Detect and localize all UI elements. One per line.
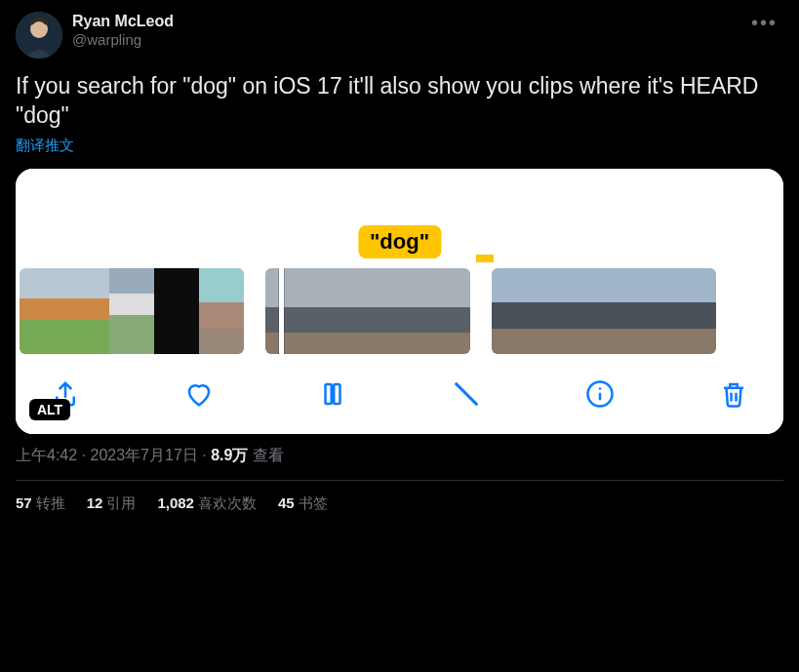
stat-quotes[interactable]: 12引用 [87, 494, 137, 513]
views-label: 查看 [248, 447, 283, 463]
stat-retweets[interactable]: 57转推 [16, 494, 65, 513]
tweet-meta: 上午4:42 · 2023年7月17日 · 8.9万 查看 [16, 446, 783, 481]
svg-rect-3 [334, 384, 340, 404]
clip-cluster-3[interactable] [492, 268, 716, 354]
author-names[interactable]: Ryan McLeod @warpling [72, 12, 736, 50]
svg-line-4 [456, 383, 478, 406]
media-toolbar [16, 358, 783, 434]
search-chip: "dog" [358, 225, 441, 258]
stat-likes[interactable]: 1,082喜欢次数 [157, 494, 257, 513]
media-top: "dog" [16, 169, 783, 262]
svg-point-7 [599, 387, 602, 390]
trash-icon[interactable] [717, 377, 750, 411]
tweet-stats: 57转推 12引用 1,082喜欢次数 45书签 [16, 481, 783, 527]
clip-cluster-2[interactable] [265, 268, 470, 354]
heart-icon[interactable] [182, 377, 216, 411]
svg-rect-2 [326, 384, 332, 404]
avatar[interactable] [16, 12, 62, 59]
tweet-date[interactable]: 2023年7月17日 [90, 447, 197, 463]
tweet-text: If you search for "dog" on iOS 17 it'll … [16, 72, 783, 131]
info-icon[interactable] [583, 377, 617, 411]
playhead[interactable] [279, 268, 284, 354]
chip-marker [476, 255, 494, 262]
handle: @warpling [72, 31, 736, 50]
stat-bookmarks[interactable]: 45书签 [278, 494, 328, 513]
tweet-header: Ryan McLeod @warpling ••• [16, 12, 783, 59]
display-name: Ryan McLeod [72, 12, 736, 31]
mute-icon[interactable] [450, 377, 483, 411]
tweet-time[interactable]: 上午4:42 [16, 447, 77, 463]
media-card[interactable]: "dog" [16, 169, 783, 434]
alt-badge[interactable]: ALT [29, 399, 70, 420]
tweet-container: Ryan McLeod @warpling ••• If you search … [0, 0, 799, 527]
views-count: 8.9万 [211, 447, 248, 463]
video-timeline[interactable] [16, 262, 783, 358]
clip-cluster-1[interactable] [20, 268, 244, 354]
more-icon[interactable]: ••• [745, 12, 783, 34]
translate-link[interactable]: 翻译推文 [16, 137, 74, 155]
pause-icon[interactable] [316, 377, 349, 411]
